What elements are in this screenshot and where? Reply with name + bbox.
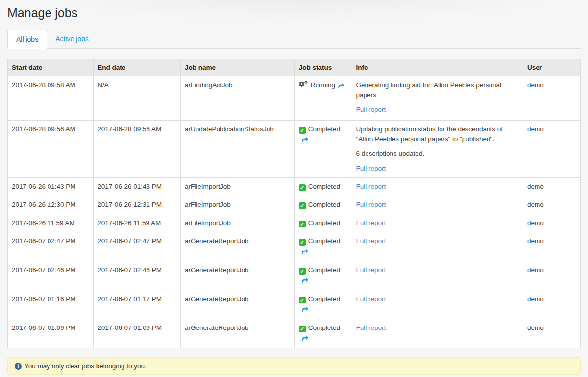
job-start-date: 2017-06-26 12:30 PM — [8, 196, 94, 214]
job-status-label: Completed — [308, 201, 340, 208]
full-report-link[interactable]: Full report — [356, 165, 386, 172]
job-start-date: 2017-06-26 11:59 AM — [8, 214, 94, 232]
job-info-cell: Full report — [352, 319, 523, 348]
full-report-link[interactable]: Full report — [356, 295, 386, 302]
job-end-date: 2017-06-26 01:43 PM — [94, 178, 181, 196]
check-square-icon: ✓ — [299, 239, 306, 246]
check-square-icon: ✓ — [299, 127, 306, 134]
job-start-date: 2017-06-07 01:16 PM — [8, 290, 94, 319]
table-row: 2017-06-07 02:46 PM2017-06-07 02:46 PMar… — [8, 261, 581, 290]
header-start-date: Start date — [8, 59, 94, 76]
job-end-date: 2017-06-28 09:56 AM — [94, 121, 181, 178]
full-report-link[interactable]: Full report — [356, 219, 386, 226]
job-start-date: 2017-06-07 02:47 PM — [8, 232, 94, 261]
table-row: 2017-06-07 01:09 PM2017-06-07 01:09 PMar… — [8, 319, 581, 348]
job-status-cell: ✓Completed — [294, 196, 352, 214]
job-end-date: 2017-06-26 11:59 AM — [94, 214, 181, 232]
job-user: demo — [523, 121, 581, 178]
job-name: arGenerateReportJob — [181, 261, 295, 290]
job-status-label: Completed — [308, 324, 340, 331]
job-status-label: Completed — [308, 295, 340, 302]
share-icon — [338, 82, 345, 90]
job-end-date: 2017-06-07 02:47 PM — [94, 232, 181, 261]
tab-all-jobs[interactable]: All jobs — [7, 30, 47, 49]
job-status-label: Completed — [308, 219, 340, 226]
job-info-text: 6 descriptions updated. — [356, 149, 519, 159]
table-row: 2017-06-28 09:56 AM2017-06-28 09:56 AMar… — [8, 121, 581, 178]
job-start-date: 2017-06-07 01:09 PM — [8, 319, 94, 348]
job-end-date: 2017-06-07 01:09 PM — [94, 319, 181, 348]
full-report-link[interactable]: Full report — [356, 237, 386, 245]
job-name: arGenerateReportJob — [181, 232, 295, 261]
job-end-date: 2017-06-07 01:17 PM — [94, 290, 181, 319]
job-info-text: Generating finding aid for: Allon Peeble… — [356, 80, 519, 100]
check-square-icon: ✓ — [299, 268, 306, 275]
share-icon — [302, 306, 309, 313]
job-user: demo — [523, 76, 581, 121]
header-end-date: End date — [94, 59, 181, 76]
job-user: demo — [523, 290, 581, 319]
check-square-icon: ✓ — [299, 221, 306, 227]
job-start-date: 2017-06-28 09:58 AM — [8, 76, 94, 121]
header-user: User — [523, 59, 581, 76]
tab-active-jobs[interactable]: Active jobs — [47, 30, 97, 49]
job-start-date: 2017-06-26 01:43 PM — [8, 178, 94, 196]
job-end-date: 2017-06-26 12:31 PM — [94, 196, 181, 214]
table-header-row: Start date End date Job name Job status … — [8, 59, 581, 76]
job-end-date: 2017-06-07 02:46 PM — [94, 261, 181, 290]
check-square-icon: ✓ — [299, 184, 306, 191]
table-row: 2017-06-26 12:30 PM2017-06-26 12:31 PMar… — [8, 196, 581, 214]
job-start-date: 2017-06-28 09:56 AM — [8, 121, 94, 178]
job-info-cell: Full report — [352, 178, 523, 196]
job-status-cell: ✓Completed — [294, 214, 352, 232]
table-row: 2017-06-26 01:43 PM2017-06-26 01:43 PMar… — [8, 178, 581, 196]
header-job-name: Job name — [181, 59, 295, 76]
job-name: arFileImportJob — [181, 178, 295, 196]
full-report-link[interactable]: Full report — [356, 106, 386, 113]
job-name: arGenerateReportJob — [181, 319, 295, 348]
check-square-icon: ✓ — [299, 202, 306, 209]
job-status-cell: ✓Completed — [294, 178, 352, 196]
job-info-cell: Full report — [352, 290, 523, 319]
job-name: arFindingAidJob — [181, 76, 295, 121]
table-row: 2017-06-28 09:58 AMN/AarFindingAidJobRun… — [8, 76, 581, 121]
full-report-link[interactable]: Full report — [356, 183, 386, 190]
job-info-cell: Generating finding aid for: Allon Peeble… — [352, 76, 523, 121]
job-status-cell: Running — [294, 76, 352, 121]
job-status-label: Completed — [308, 183, 340, 190]
jobs-table-body: 2017-06-28 09:58 AMN/AarFindingAidJobRun… — [8, 76, 581, 348]
jobs-table: Start date End date Job name Job status … — [7, 59, 581, 348]
job-status-cell: ✓Completed — [294, 261, 352, 290]
table-row: 2017-06-26 11:59 AM2017-06-26 11:59 AMar… — [8, 214, 581, 232]
job-user: demo — [523, 178, 581, 196]
manage-jobs-page: Manage jobs All jobs Active jobs Start d… — [0, 6, 588, 377]
job-status-label: Completed — [308, 237, 340, 245]
full-report-link[interactable]: Full report — [356, 201, 386, 208]
job-status-label: Completed — [308, 126, 340, 133]
share-icon — [302, 136, 309, 144]
job-info-cell: Full report — [352, 196, 523, 214]
table-row: 2017-06-07 02:47 PM2017-06-07 02:47 PMar… — [8, 232, 581, 261]
job-user: demo — [523, 232, 581, 261]
full-report-link[interactable]: Full report — [356, 266, 386, 274]
header-info: Info — [352, 59, 523, 76]
job-name: arFileImportJob — [181, 214, 295, 232]
job-user: demo — [523, 261, 581, 290]
clear-jobs-notice: i You may only clear jobs belonging to y… — [7, 357, 581, 375]
header-job-status: Job status — [294, 59, 352, 76]
share-icon — [302, 277, 309, 284]
job-end-date: N/A — [94, 76, 181, 121]
job-start-date: 2017-06-07 02:46 PM — [8, 261, 94, 290]
job-status-cell: ✓Completed — [294, 232, 352, 261]
job-user: demo — [523, 196, 581, 214]
job-info-text: Updating publication status for the desc… — [356, 125, 519, 144]
full-report-link[interactable]: Full report — [356, 324, 386, 331]
job-name: arFileImportJob — [181, 196, 295, 214]
check-square-icon: ✓ — [299, 326, 306, 332]
job-info-cell: Updating publication status for the desc… — [352, 121, 523, 178]
page-title: Manage jobs — [7, 6, 581, 20]
job-status-cell: ✓Completed — [294, 319, 352, 348]
jobs-tabs: All jobs Active jobs — [7, 30, 581, 49]
job-name: arUpdatePublicationStatusJob — [181, 121, 295, 178]
job-user: demo — [523, 319, 581, 348]
